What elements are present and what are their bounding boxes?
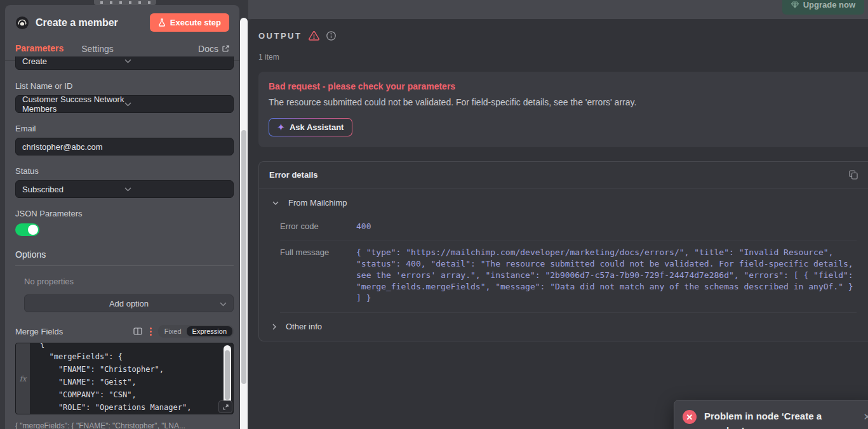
chevron-down-icon — [220, 302, 227, 307]
status-select[interactable]: Subscribed — [15, 180, 234, 198]
full-message-row: Full message { "type": "https://mailchim… — [280, 241, 857, 313]
options-empty-text: No properties — [24, 277, 234, 286]
flask-icon — [158, 18, 166, 27]
mode-fixed-button[interactable]: Fixed — [159, 326, 187, 336]
list-select[interactable]: Customer Success Network Members — [15, 95, 234, 113]
full-message-label: Full message — [280, 247, 356, 304]
from-mailchimp-label: From Mailchimp — [288, 198, 347, 208]
status-field-label: Status — [15, 166, 234, 176]
output-header: OUTPUT — [248, 19, 868, 41]
other-info-label: Other info — [286, 322, 322, 331]
node-title: Create a member — [36, 17, 144, 29]
copy-icon[interactable] — [849, 170, 858, 180]
error-title: Bad request - please check your paramete… — [269, 81, 858, 91]
error-circle-icon: ✕ — [683, 410, 697, 424]
error-code-value: 400 — [356, 221, 857, 232]
expression-gutter: fx — [16, 343, 30, 414]
operation-select[interactable]: Create — [15, 56, 234, 70]
toast-title: Problem in node ‘Create a member’ — [704, 409, 831, 429]
json-parameters-label: JSON Parameters — [15, 209, 234, 218]
merge-fields-row: Merge Fields Fixed Expression — [15, 325, 234, 338]
external-link-icon — [222, 45, 229, 52]
options-heading: Options — [15, 249, 234, 260]
info-circle-icon[interactable] — [326, 31, 336, 41]
other-info-section[interactable]: Other info — [259, 313, 868, 341]
sparkles-icon: ✦ — [277, 122, 284, 132]
panel-drag-handle[interactable] — [94, 0, 156, 5]
chevron-down-icon — [124, 59, 227, 63]
toast-close-icon[interactable]: ✕ — [863, 411, 868, 423]
error-details-box: Error details From Mailchimp Error code … — [258, 161, 868, 341]
node-header: Create a member Execute step — [5, 5, 239, 37]
panel-scrollbar-thumb[interactable] — [241, 130, 246, 384]
email-field-label: Email — [15, 124, 234, 133]
kebab-menu-icon[interactable] — [150, 327, 152, 336]
value-mode-switch: Fixed Expression — [158, 325, 234, 338]
expression-preview: { "mergeFields": { "FNAME": "Christopher… — [15, 421, 234, 429]
code-content[interactable]: { "mergeFields": { "FNAME": "Christopher… — [30, 343, 233, 414]
expand-editor-button[interactable] — [218, 400, 232, 413]
error-code-label: Error code — [280, 221, 356, 232]
split-panes-icon[interactable] — [133, 327, 142, 335]
error-details-title: Error details — [269, 170, 318, 180]
from-mailchimp-section[interactable]: From Mailchimp — [259, 188, 868, 215]
fx-icon: fx — [19, 374, 26, 383]
error-detail-rows: Error code 400 Full message { "type": "h… — [280, 215, 857, 313]
upgrade-now-button[interactable]: Upgrade now — [782, 0, 864, 15]
warning-triangle-icon — [309, 31, 319, 41]
error-toast[interactable]: ✕ Problem in node ‘Create a member’ ✕ — [674, 400, 868, 429]
mode-expression-button[interactable]: Expression — [187, 326, 232, 336]
error-description: The resource submitted could not be vali… — [269, 97, 858, 107]
add-option-button[interactable]: Add option — [24, 294, 234, 312]
output-panel: OUTPUT 1 item Bad request - please check… — [248, 19, 868, 429]
canvas-top-strip: Upgrade now — [248, 0, 868, 19]
execute-step-button[interactable]: Execute step — [150, 13, 229, 32]
chevron-down-icon — [272, 201, 279, 205]
error-code-row: Error code 400 — [280, 215, 857, 241]
parameters-scroll-area: Create List Name or ID Customer Success … — [15, 56, 234, 429]
mailchimp-icon — [15, 16, 29, 30]
error-details-header: Error details — [259, 162, 868, 188]
error-message-box: Bad request - please check your paramete… — [258, 72, 868, 147]
editor-scrollbar-thumb[interactable] — [225, 350, 230, 400]
email-input[interactable] — [15, 138, 234, 155]
gem-icon — [791, 1, 799, 8]
merge-fields-code-editor[interactable]: fx { "mergeFields": { "FNAME": "Christop… — [15, 343, 234, 414]
chevron-down-icon — [124, 102, 227, 107]
output-title: OUTPUT — [258, 31, 302, 41]
items-count: 1 item — [258, 53, 868, 62]
node-parameters-panel: Create a member Execute step Parameters … — [5, 5, 239, 429]
merge-fields-label: Merge Fields — [15, 327, 63, 336]
ask-assistant-button[interactable]: ✦ Ask Assistant — [269, 118, 352, 136]
chevron-down-icon — [124, 187, 227, 192]
json-parameters-toggle[interactable] — [15, 223, 39, 236]
chevron-right-icon — [272, 324, 276, 330]
full-message-value: { "type": "https://mailchimp.com/develop… — [356, 247, 857, 304]
list-field-label: List Name or ID — [15, 81, 234, 91]
options-divider — [15, 265, 234, 266]
